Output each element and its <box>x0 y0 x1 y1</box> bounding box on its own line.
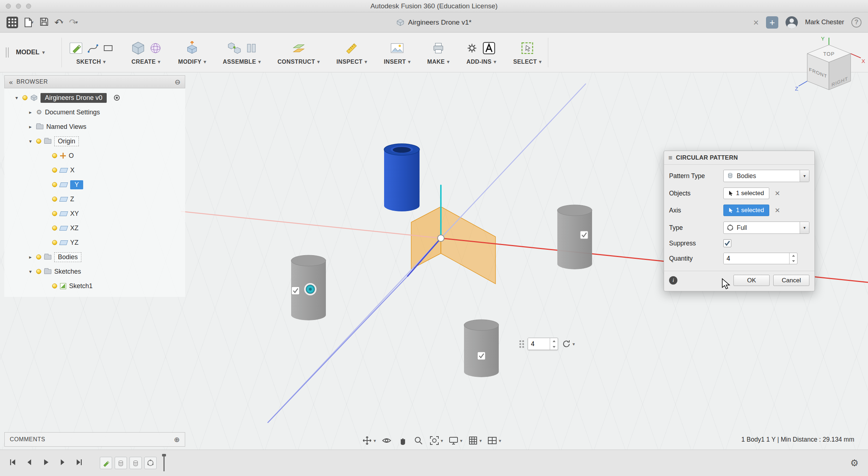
tree-root-component[interactable]: ▾ Airgineers Drone v0 <box>4 90 185 105</box>
ribbon-menu-inspect[interactable]: INSPECT▾ <box>336 59 367 65</box>
insert-canvas-button[interactable] <box>390 41 405 57</box>
tree-item-bodies[interactable]: ▸ Bodies <box>4 250 185 264</box>
minimize-panel-icon[interactable]: ⊖ <box>175 79 180 85</box>
highlighted-origin-planes[interactable] <box>411 207 495 284</box>
tree-item-origin-point[interactable]: O <box>4 148 185 163</box>
tree-item-plane-yz[interactable]: YZ <box>4 235 185 250</box>
tree-item-origin[interactable]: ▾ Origin <box>4 134 185 148</box>
add-comment-icon[interactable]: ⊕ <box>174 436 180 443</box>
nav-viewports-button[interactable]: ▾ <box>487 435 501 446</box>
collapse-panel-icon[interactable]: « <box>9 79 13 85</box>
tree-item-plane-xy[interactable]: XY <box>4 206 185 221</box>
press-pull-button[interactable] <box>184 41 200 57</box>
step-forward-button[interactable] <box>59 458 67 468</box>
expand-caret-icon[interactable]: ▾ <box>27 269 33 274</box>
pattern-quantity-input[interactable] <box>528 338 550 350</box>
nav-orbit-button[interactable]: ▾ <box>362 435 376 446</box>
expand-caret-icon[interactable]: ▾ <box>14 95 20 101</box>
play-button[interactable] <box>42 458 50 468</box>
visibility-bulb-icon[interactable] <box>52 226 57 231</box>
timeline-feature-sketch[interactable] <box>100 457 112 469</box>
3d-viewport[interactable]: Y X Z TOP FRONT RIGHT « BROWSER ⊖ ▾ Airg… <box>0 72 868 450</box>
quantity-spinner[interactable] <box>789 253 797 264</box>
timeline-feature-body1[interactable] <box>115 457 127 469</box>
visibility-bulb-icon[interactable] <box>36 254 41 260</box>
comments-panel[interactable]: COMMENTS ⊕ <box>4 432 185 447</box>
tree-item-axis-z[interactable]: Z <box>4 192 185 206</box>
toolbar-drag-handle[interactable] <box>6 47 9 58</box>
ribbon-menu-make[interactable]: MAKE▾ <box>427 59 450 65</box>
step-back-button[interactable] <box>25 458 33 468</box>
tree-item-axis-x[interactable]: X <box>4 163 185 177</box>
objects-selection-button[interactable]: 1 selected <box>723 188 769 199</box>
make-button[interactable] <box>431 41 446 57</box>
user-avatar[interactable] <box>786 16 798 29</box>
preview-checkbox-right[interactable] <box>580 231 588 239</box>
origin-point[interactable] <box>438 235 444 241</box>
ribbon-menu-select[interactable]: SELECT▾ <box>513 59 541 65</box>
expand-caret-icon[interactable]: ▸ <box>27 254 33 260</box>
tree-item-named-views[interactable]: ▸ Named Views <box>4 119 185 134</box>
go-to-start-button[interactable] <box>9 458 17 468</box>
type-select[interactable]: Full ▾ <box>723 222 809 234</box>
user-name[interactable]: Mark Chester <box>805 18 844 26</box>
widget-drag-handle[interactable] <box>519 340 524 348</box>
visibility-bulb-icon[interactable] <box>52 240 57 245</box>
spline-tool-button[interactable] <box>87 42 99 55</box>
tree-item-sketch1[interactable]: Sketch1 <box>4 279 185 293</box>
body-cylinder-source[interactable] <box>384 144 420 211</box>
preview-checkbox-bottom[interactable] <box>477 352 485 360</box>
dialog-header[interactable]: ≡ CIRCULAR PATTERN <box>664 151 814 165</box>
ribbon-menu-modify[interactable]: MODIFY▾ <box>178 59 207 65</box>
expand-caret-icon[interactable]: ▾ <box>27 138 33 144</box>
quantity-spinner[interactable] <box>550 338 558 350</box>
expand-caret-icon[interactable]: ▸ <box>27 124 33 130</box>
tree-item-sketches[interactable]: ▾ Sketches <box>4 264 185 279</box>
timeline-playhead[interactable] <box>163 455 165 471</box>
ribbon-menu-addins[interactable]: ADD-INS▾ <box>467 59 496 65</box>
scripts-addins-button[interactable] <box>466 42 478 55</box>
ribbon-menu-create[interactable]: CREATE▾ <box>132 59 161 65</box>
pattern-type-select[interactable]: Bodies ▾ <box>723 170 809 182</box>
select-tool-button[interactable] <box>520 41 534 56</box>
suppress-checkbox[interactable] <box>723 239 731 247</box>
close-tab-icon[interactable]: × <box>753 18 759 27</box>
help-button[interactable]: ? <box>851 17 861 28</box>
create-sketch-button[interactable] <box>68 41 84 57</box>
ok-button[interactable]: OK <box>733 275 770 286</box>
nav-grid-snaps-button[interactable]: ▾ <box>468 435 482 446</box>
construct-plane-button[interactable] <box>291 41 306 57</box>
nav-display-settings-button[interactable]: ▾ <box>448 435 463 446</box>
preview-checkbox-left[interactable] <box>292 287 299 295</box>
visibility-bulb-icon[interactable] <box>52 211 57 216</box>
pattern-angle-button[interactable]: ▾ <box>562 339 575 349</box>
cancel-button[interactable]: Cancel <box>773 275 809 286</box>
pattern-preview-body-bottom[interactable] <box>464 320 499 377</box>
visibility-bulb-icon[interactable] <box>22 95 27 100</box>
pattern-preview-body-left[interactable] <box>291 255 326 320</box>
visibility-bulb-icon[interactable] <box>36 139 41 144</box>
save-button[interactable] <box>39 17 49 28</box>
new-tab-button[interactable]: + <box>766 16 778 29</box>
workspace-dropdown[interactable]: MODEL ▾ <box>16 49 45 56</box>
tree-item-plane-xz[interactable]: XZ <box>4 221 185 235</box>
create-sphere-button[interactable] <box>149 42 162 56</box>
ribbon-menu-sketch[interactable]: SKETCH▾ <box>76 59 106 65</box>
pattern-preview-body-right[interactable] <box>557 205 592 269</box>
timeline-settings-gear-icon[interactable]: ⚙ <box>850 458 859 469</box>
tree-item-axis-y-selected[interactable]: Y <box>4 177 185 192</box>
view-cube[interactable]: Y X Z TOP FRONT RIGHT <box>793 35 865 108</box>
measure-button[interactable] <box>344 41 359 57</box>
undo-button[interactable]: ↶ ▾ <box>55 18 63 27</box>
ribbon-menu-construct[interactable]: CONSTRUCT▾ <box>277 59 320 65</box>
visibility-bulb-icon[interactable] <box>52 168 57 173</box>
info-icon[interactable]: i <box>669 276 677 285</box>
visibility-bulb-icon[interactable] <box>52 153 57 158</box>
timeline-feature-circular-pattern[interactable] <box>144 457 157 469</box>
visibility-bulb-icon[interactable] <box>36 269 41 274</box>
go-to-end-button[interactable] <box>75 458 83 468</box>
joint-button[interactable] <box>246 42 257 55</box>
nav-zoom-button[interactable] <box>413 435 424 446</box>
ribbon-menu-insert[interactable]: INSERT▾ <box>384 59 410 65</box>
app-grid-icon[interactable] <box>7 17 18 28</box>
